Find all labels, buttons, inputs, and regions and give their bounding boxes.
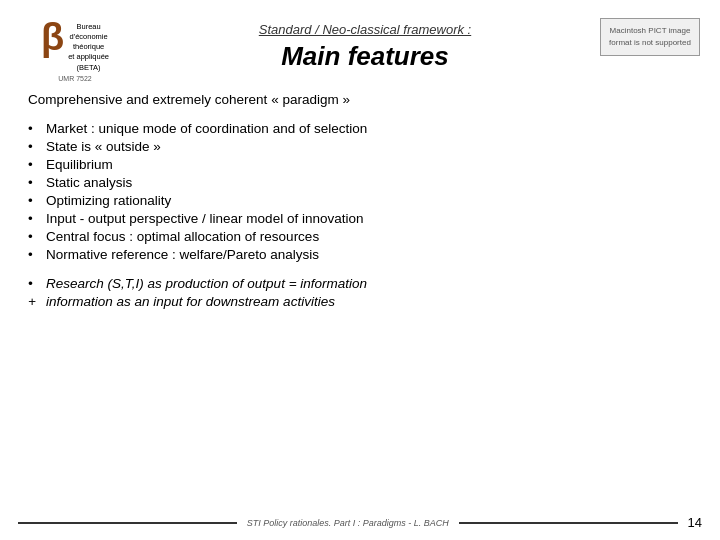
slide-subtitle: Standard / Neo-classical framework : <box>130 22 600 37</box>
footer: STI Policy rationales. Part I : Paradigm… <box>0 515 720 540</box>
list-item: Market : unique mode of coordination and… <box>28 121 692 136</box>
list-item: State is « outside » <box>28 139 692 154</box>
footer-line-left <box>18 522 237 524</box>
logo-area: β Bureau d'économie théorique et appliqu… <box>20 18 130 82</box>
list-item: Optimizing rationality <box>28 193 692 208</box>
beta-symbol: β <box>41 18 64 56</box>
list-item: Normative reference : welfare/Pareto ana… <box>28 247 692 262</box>
header: β Bureau d'économie théorique et appliqu… <box>0 0 720 92</box>
title-block: Standard / Neo-classical framework : Mai… <box>130 18 600 72</box>
list-item: Equilibrium <box>28 157 692 172</box>
footer-text: STI Policy rationales. Part I : Paradigm… <box>247 518 449 528</box>
footer-line-right <box>459 522 678 524</box>
beta-logo: β Bureau d'économie théorique et appliqu… <box>41 18 109 73</box>
slide: β Bureau d'économie théorique et appliqu… <box>0 0 720 540</box>
list-item: Central focus : optimal allocation of re… <box>28 229 692 244</box>
image-placeholder: Macintosh PICT image format is not suppo… <box>600 18 700 56</box>
page-number: 14 <box>688 515 702 530</box>
intro-text: Comprehensive and extremely coherent « p… <box>28 92 692 107</box>
pict-image: Macintosh PICT image format is not suppo… <box>600 18 700 56</box>
list-item: Static analysis <box>28 175 692 190</box>
list-item: Research (S,T,I) as production of output… <box>28 276 692 291</box>
bullet-list: Market : unique mode of coordination and… <box>28 121 692 262</box>
slide-title: Main features <box>130 41 600 72</box>
umb-text: UMR 7522 <box>58 75 91 82</box>
list-item: information as an input for downstream a… <box>28 294 692 309</box>
italic-list: Research (S,T,I) as production of output… <box>28 276 692 309</box>
main-content: Comprehensive and extremely coherent « p… <box>0 92 720 309</box>
list-item: Input - output perspective / linear mode… <box>28 211 692 226</box>
org-name: Bureau d'économie théorique et appliquée… <box>68 22 109 73</box>
